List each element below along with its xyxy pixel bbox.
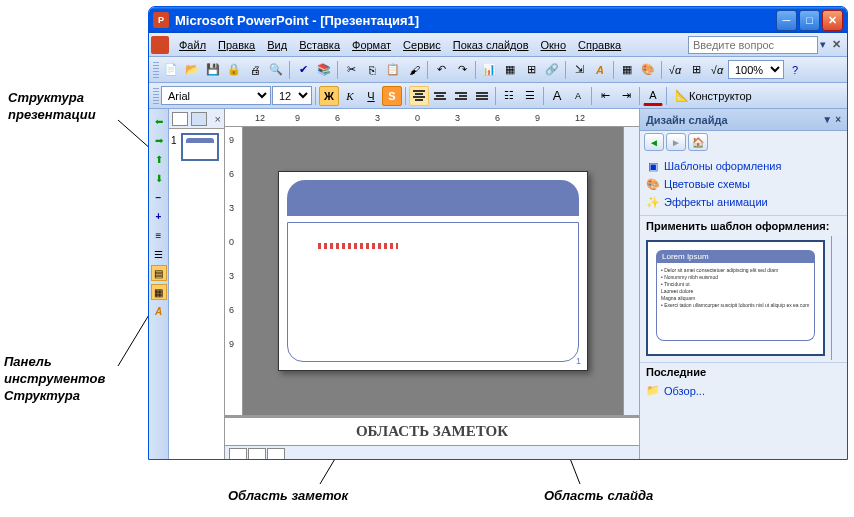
save-button[interactable]: 💾 [203, 60, 223, 80]
decrease-font-button[interactable]: A [568, 86, 588, 106]
taskpane-scrollbar[interactable] [831, 236, 847, 360]
paste-button[interactable]: 📋 [383, 60, 403, 80]
help-button[interactable]: ? [785, 60, 805, 80]
taskpane-close-button[interactable]: × [835, 114, 841, 125]
close-button[interactable]: ✕ [822, 10, 843, 31]
taskpane-forward-button[interactable]: ► [666, 133, 686, 151]
summary-button[interactable]: ▤ [151, 265, 167, 281]
new-button[interactable]: 📄 [161, 60, 181, 80]
slide-thumbnail[interactable] [181, 133, 219, 161]
taskpane-back-button[interactable]: ◄ [644, 133, 664, 151]
slide-title-placeholder[interactable] [287, 180, 579, 216]
bold-button[interactable]: Ж [319, 86, 339, 106]
align-justify-button[interactable] [472, 86, 492, 106]
animation-link[interactable]: ✨Эффекты анимации [646, 193, 841, 211]
decrease-indent-button[interactable]: ⇤ [595, 86, 615, 106]
minimize-button[interactable]: ─ [776, 10, 797, 31]
equation1-button[interactable]: √α [665, 60, 685, 80]
research-button[interactable]: 📚 [314, 60, 334, 80]
menu-slideshow[interactable]: Показ слайдов [447, 36, 535, 54]
menu-edit[interactable]: Правка [212, 36, 261, 54]
format-painter-button[interactable]: 🖌 [404, 60, 424, 80]
spell-button[interactable]: ✔ [293, 60, 313, 80]
menu-help[interactable]: Справка [572, 36, 627, 54]
align-center-button[interactable] [430, 86, 450, 106]
doc-close-button[interactable]: ✕ [828, 38, 845, 51]
show-formatting-button[interactable]: A [590, 60, 610, 80]
increase-indent-button[interactable]: ⇥ [616, 86, 636, 106]
zoom-combo[interactable]: 100% [728, 60, 784, 79]
toolbar-grip[interactable] [153, 88, 159, 104]
demote-button[interactable]: ➡ [151, 132, 167, 148]
toolbar-grip[interactable] [153, 62, 159, 78]
open-button[interactable]: 📂 [182, 60, 202, 80]
menu-tools[interactable]: Сервис [397, 36, 447, 54]
templates-link[interactable]: ▣Шаблоны оформления [646, 157, 841, 175]
promote-button[interactable]: ⬅ [151, 113, 167, 129]
numbering-button[interactable]: ☷ [499, 86, 519, 106]
preview-button[interactable]: 🔍 [266, 60, 286, 80]
tables-borders-button[interactable]: ⊞ [521, 60, 541, 80]
show-format-toggle[interactable]: A [151, 303, 167, 319]
preview-body: • Delor sit amet consectetuer adipiscing… [656, 263, 815, 341]
permission-button[interactable]: 🔒 [224, 60, 244, 80]
normal-view-button[interactable] [229, 448, 247, 461]
font-combo[interactable]: Arial [161, 86, 271, 105]
slide[interactable]: 1 [278, 171, 588, 371]
grid2-button[interactable]: ⊞ [686, 60, 706, 80]
vertical-scrollbar[interactable] [623, 127, 639, 415]
expand-button[interactable]: ⇲ [569, 60, 589, 80]
fontsize-combo[interactable]: 12 [272, 86, 312, 105]
hyperlink-button[interactable]: 🔗 [542, 60, 562, 80]
maximize-button[interactable]: □ [799, 10, 820, 31]
slideshow-view-button[interactable] [267, 448, 285, 461]
slides-tab[interactable] [191, 112, 207, 126]
ask-dropdown-icon[interactable]: ▾ [820, 38, 826, 51]
menu-format[interactable]: Формат [346, 36, 397, 54]
undo-button[interactable]: ↶ [431, 60, 451, 80]
ask-question-input[interactable] [688, 36, 818, 54]
align-left-button[interactable] [409, 86, 429, 106]
slide-canvas[interactable]: 1 [243, 127, 623, 415]
cut-button[interactable]: ✂ [341, 60, 361, 80]
table-button[interactable]: ▦ [500, 60, 520, 80]
copy-button[interactable]: ⎘ [362, 60, 382, 80]
print-button[interactable]: 🖨 [245, 60, 265, 80]
expand-button[interactable]: + [151, 208, 167, 224]
callout-structure: Структура презентации [8, 90, 138, 124]
notes-pane[interactable]: ОБЛАСТЬ ЗАМЕТОК [225, 415, 639, 445]
menu-insert[interactable]: Вставка [293, 36, 346, 54]
move-down-button[interactable]: ⬇ [151, 170, 167, 186]
taskpane-dropdown-icon[interactable]: ▼ [822, 114, 832, 125]
underline-button[interactable]: Ч [361, 86, 381, 106]
app-icon: P [153, 12, 169, 28]
template-preview[interactable]: Lorem Ipsum • Delor sit amet consectetue… [646, 240, 825, 356]
show-formatting-button[interactable]: ▦ [151, 284, 167, 300]
grid-button[interactable]: ▦ [617, 60, 637, 80]
increase-font-button[interactable]: A [547, 86, 567, 106]
designer-button[interactable]: 📐Конструктор [670, 86, 757, 106]
expand-all-button[interactable]: ☰ [151, 246, 167, 262]
font-color-button[interactable]: A [643, 86, 663, 106]
sorter-view-button[interactable] [248, 448, 266, 461]
outline-tab[interactable] [172, 112, 188, 126]
menu-window[interactable]: Окно [535, 36, 573, 54]
color-button[interactable]: 🎨 [638, 60, 658, 80]
collapse-all-button[interactable]: ≡ [151, 227, 167, 243]
bullets-button[interactable]: ☰ [520, 86, 540, 106]
menu-view[interactable]: Вид [261, 36, 293, 54]
collapse-button[interactable]: − [151, 189, 167, 205]
align-right-button[interactable] [451, 86, 471, 106]
equation2-button[interactable]: √α [707, 60, 727, 80]
chart-button[interactable]: 📊 [479, 60, 499, 80]
slide-body-placeholder[interactable] [287, 222, 579, 362]
redo-button[interactable]: ↷ [452, 60, 472, 80]
color-schemes-link[interactable]: 🎨Цветовые схемы [646, 175, 841, 193]
outline-close-button[interactable]: × [215, 113, 221, 125]
browse-link[interactable]: 📁Обзор... [640, 381, 847, 400]
italic-button[interactable]: К [340, 86, 360, 106]
shadow-button[interactable]: S [382, 86, 402, 106]
move-up-button[interactable]: ⬆ [151, 151, 167, 167]
menu-file[interactable]: Файл [173, 36, 212, 54]
taskpane-home-button[interactable]: 🏠 [688, 133, 708, 151]
